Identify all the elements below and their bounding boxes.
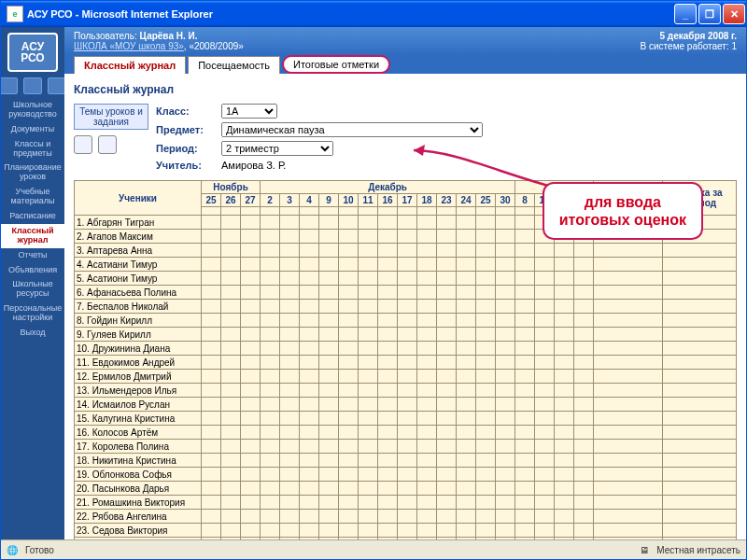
grade-cell[interactable]	[280, 328, 300, 342]
sidebar-item-2[interactable]: Классы и предметы	[1, 137, 64, 161]
grade-cell[interactable]	[535, 370, 555, 384]
grade-cell[interactable]	[359, 384, 378, 398]
grade-cell[interactable]	[241, 454, 261, 468]
grade-cell[interactable]	[476, 328, 496, 342]
grade-cell[interactable]	[339, 426, 359, 440]
grade-cell[interactable]	[280, 412, 300, 426]
grade-cell[interactable]	[417, 426, 437, 440]
grade-cell[interactable]	[496, 524, 515, 538]
grade-cell[interactable]	[241, 356, 261, 370]
grade-cell[interactable]	[535, 482, 555, 496]
grade-cell[interactable]	[202, 342, 221, 356]
minimize-button[interactable]: _	[674, 4, 697, 24]
grade-cell[interactable]	[515, 496, 535, 510]
grade-cell[interactable]	[417, 510, 437, 524]
grade-cell[interactable]	[221, 300, 241, 314]
grade-cell[interactable]	[398, 328, 417, 342]
grade-cell[interactable]	[319, 272, 339, 286]
grade-cell[interactable]	[202, 496, 221, 510]
grade-cell[interactable]	[476, 524, 496, 538]
grade-cell[interactable]	[496, 356, 515, 370]
grade-cell[interactable]	[437, 482, 457, 496]
grade-cell[interactable]	[319, 538, 339, 540]
grade-cell[interactable]	[515, 314, 535, 328]
grade-cell[interactable]	[339, 286, 359, 300]
grade-cell[interactable]	[319, 328, 339, 342]
grade-cell[interactable]	[476, 300, 496, 314]
grade-cell[interactable]	[437, 356, 457, 370]
grade-cell[interactable]	[437, 342, 457, 356]
grade-cell[interactable]	[417, 342, 437, 356]
grade-cell[interactable]	[202, 356, 221, 370]
class-select[interactable]: 1А	[221, 104, 277, 119]
grade-cell[interactable]	[300, 538, 319, 540]
grade-cell[interactable]	[555, 524, 574, 538]
grade-cell[interactable]	[555, 300, 574, 314]
grade-cell[interactable]	[476, 314, 496, 328]
grade-cell[interactable]	[457, 538, 476, 540]
grade-cell[interactable]	[280, 230, 300, 244]
grade-cell[interactable]	[339, 370, 359, 384]
grade-cell[interactable]	[261, 510, 280, 524]
grade-cell[interactable]	[300, 272, 319, 286]
grade-cell[interactable]	[555, 370, 574, 384]
grade-cell[interactable]	[378, 258, 398, 272]
grade-cell[interactable]	[515, 272, 535, 286]
grade-cell[interactable]	[378, 328, 398, 342]
grade-cell[interactable]	[378, 524, 398, 538]
grade-cell[interactable]	[476, 272, 496, 286]
grade-cell[interactable]	[457, 356, 476, 370]
lessons-button[interactable]: Темы уроков и задания	[74, 104, 148, 130]
grade-cell[interactable]	[339, 482, 359, 496]
grade-cell[interactable]	[202, 300, 221, 314]
grade-cell[interactable]	[300, 314, 319, 328]
grade-cell[interactable]	[261, 538, 280, 540]
grade-cell[interactable]	[535, 356, 555, 370]
maximize-button[interactable]: ❐	[698, 4, 721, 24]
grade-cell[interactable]	[437, 510, 457, 524]
grade-cell[interactable]	[574, 524, 594, 538]
grade-cell[interactable]	[535, 328, 555, 342]
grade-cell[interactable]	[457, 426, 476, 440]
grade-cell[interactable]	[359, 272, 378, 286]
grade-cell[interactable]	[476, 440, 496, 454]
grade-cell[interactable]	[457, 398, 476, 412]
grade-cell[interactable]	[202, 370, 221, 384]
grade-cell[interactable]	[280, 398, 300, 412]
grade-cell[interactable]	[378, 454, 398, 468]
grade-cell[interactable]	[417, 258, 437, 272]
grade-cell[interactable]	[515, 538, 535, 540]
grade-cell[interactable]	[417, 272, 437, 286]
grade-cell[interactable]	[555, 356, 574, 370]
grade-cell[interactable]	[476, 342, 496, 356]
grade-cell[interactable]	[476, 216, 496, 230]
grade-cell[interactable]	[221, 286, 241, 300]
grade-cell[interactable]	[437, 216, 457, 230]
grade-cell[interactable]	[476, 412, 496, 426]
grade-cell[interactable]	[241, 496, 261, 510]
grade-cell[interactable]	[339, 412, 359, 426]
grade-cell[interactable]	[535, 510, 555, 524]
grade-cell[interactable]	[437, 468, 457, 482]
grade-cell[interactable]	[515, 230, 535, 244]
grade-cell[interactable]	[437, 328, 457, 342]
grade-cell[interactable]	[319, 230, 339, 244]
grade-cell[interactable]	[339, 398, 359, 412]
grade-cell[interactable]	[221, 398, 241, 412]
grade-cell[interactable]	[221, 230, 241, 244]
grade-cell[interactable]	[398, 356, 417, 370]
grade-cell[interactable]	[300, 300, 319, 314]
grade-cell[interactable]	[202, 230, 221, 244]
grade-cell[interactable]	[261, 398, 280, 412]
grade-cell[interactable]	[261, 286, 280, 300]
grade-cell[interactable]	[437, 496, 457, 510]
grade-cell[interactable]	[378, 272, 398, 286]
grade-cell[interactable]	[280, 356, 300, 370]
grade-cell[interactable]	[378, 468, 398, 482]
grade-cell[interactable]	[359, 482, 378, 496]
grade-cell[interactable]	[261, 426, 280, 440]
grade-cell[interactable]	[280, 426, 300, 440]
grade-cell[interactable]	[378, 440, 398, 454]
grade-cell[interactable]	[280, 342, 300, 356]
grade-cell[interactable]	[398, 454, 417, 468]
